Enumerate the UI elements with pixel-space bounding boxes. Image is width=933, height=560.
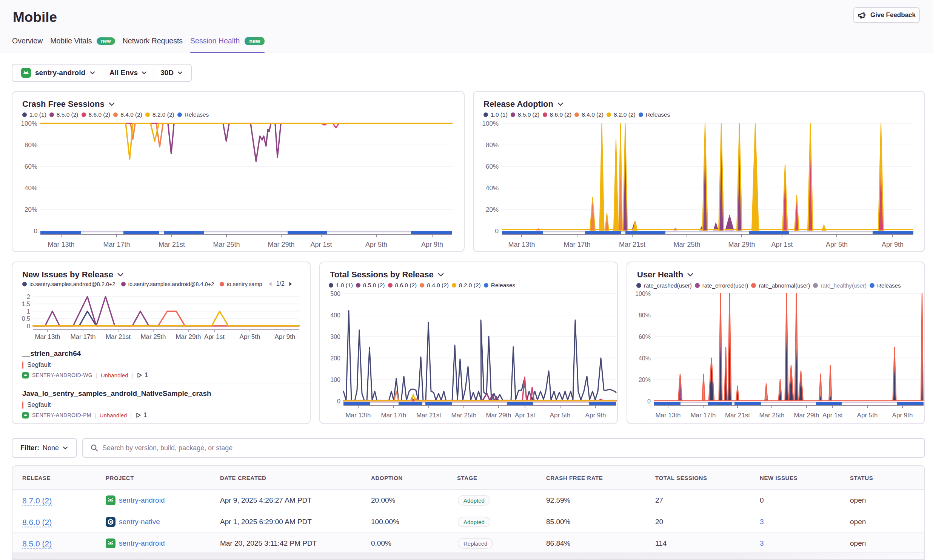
svg-text:Apr 1st: Apr 1st	[771, 241, 793, 248]
svg-text:1.5: 1.5	[22, 301, 30, 307]
svg-text:80%: 80%	[25, 142, 37, 149]
svg-text:Apr 5th: Apr 5th	[826, 241, 848, 248]
svg-text:Mar 21st: Mar 21st	[159, 241, 185, 248]
svg-text:Apr 5th: Apr 5th	[240, 333, 260, 340]
svg-text:20%: 20%	[486, 206, 499, 213]
svg-text:Mar 21st: Mar 21st	[619, 241, 645, 248]
svg-text:60%: 60%	[25, 163, 37, 170]
svg-text:100%: 100%	[635, 291, 651, 297]
svg-text:Mar 29th: Mar 29th	[728, 241, 755, 248]
svg-text:Mar 13th: Mar 13th	[508, 241, 535, 248]
svg-text:Mar 17th: Mar 17th	[381, 412, 406, 419]
svg-text:Apr 9th: Apr 9th	[275, 333, 296, 340]
svg-text:Mar 29th: Mar 29th	[486, 412, 511, 419]
svg-text:80%: 80%	[639, 312, 651, 318]
svg-text:Mar 17th: Mar 17th	[690, 412, 716, 419]
svg-text:300: 300	[330, 334, 340, 340]
svg-text:0: 0	[647, 398, 651, 405]
svg-text:2: 2	[27, 294, 30, 300]
svg-text:Mar 21st: Mar 21st	[416, 412, 441, 419]
svg-text:60%: 60%	[486, 163, 499, 170]
svg-text:Mar 29th: Mar 29th	[794, 412, 819, 419]
svg-text:Mar 17th: Mar 17th	[563, 241, 590, 248]
svg-text:Apr 9th: Apr 9th	[882, 241, 904, 248]
svg-text:Apr 1st: Apr 1st	[204, 333, 225, 340]
svg-text:Apr 9th: Apr 9th	[421, 241, 443, 248]
svg-text:1: 1	[27, 308, 30, 315]
svg-text:Mar 13th: Mar 13th	[48, 241, 74, 248]
svg-text:0: 0	[34, 228, 37, 235]
svg-text:Apr 1st: Apr 1st	[310, 241, 332, 248]
svg-text:Mar 29th: Mar 29th	[268, 241, 294, 248]
svg-text:100: 100	[330, 377, 340, 383]
svg-text:Apr 9th: Apr 9th	[892, 412, 913, 419]
svg-text:0: 0	[27, 323, 30, 329]
svg-text:Apr 5th: Apr 5th	[857, 412, 878, 419]
svg-text:Mar 21st: Mar 21st	[106, 333, 131, 340]
svg-text:60%: 60%	[639, 334, 651, 340]
svg-text:40%: 40%	[639, 355, 651, 362]
svg-text:500: 500	[330, 291, 340, 297]
svg-text:Mar 25th: Mar 25th	[213, 241, 240, 248]
svg-text:Mar 29th: Mar 29th	[176, 333, 201, 340]
svg-text:Apr 5th: Apr 5th	[550, 412, 571, 419]
svg-text:400: 400	[330, 312, 340, 318]
svg-text:100%: 100%	[21, 120, 37, 127]
svg-text:Apr 9th: Apr 9th	[585, 412, 606, 419]
svg-text:200: 200	[330, 355, 340, 362]
svg-text:Mar 17th: Mar 17th	[103, 241, 130, 248]
svg-text:40%: 40%	[486, 185, 499, 192]
svg-text:0: 0	[495, 228, 499, 235]
svg-text:Mar 21st: Mar 21st	[725, 412, 750, 419]
svg-text:Mar 25th: Mar 25th	[451, 412, 476, 419]
svg-text:20%: 20%	[25, 206, 37, 213]
svg-text:0.5: 0.5	[22, 315, 30, 322]
svg-text:80%: 80%	[486, 142, 499, 149]
svg-text:Apr 5th: Apr 5th	[365, 241, 387, 248]
svg-text:Apr 1st: Apr 1st	[822, 412, 843, 419]
svg-text:Apr 1st: Apr 1st	[515, 412, 535, 419]
svg-text:Mar 25th: Mar 25th	[759, 412, 784, 419]
svg-text:Mar 25th: Mar 25th	[140, 333, 166, 340]
svg-text:100%: 100%	[482, 120, 499, 127]
svg-text:40%: 40%	[25, 185, 37, 192]
svg-text:Mar 13th: Mar 13th	[345, 412, 371, 419]
svg-text:Mar 13th: Mar 13th	[655, 412, 681, 419]
svg-text:Mar 17th: Mar 17th	[70, 333, 95, 340]
svg-text:Mar 25th: Mar 25th	[673, 241, 700, 248]
svg-text:Mar 13th: Mar 13th	[35, 333, 60, 340]
svg-text:0: 0	[337, 398, 340, 405]
svg-text:20%: 20%	[639, 377, 651, 383]
